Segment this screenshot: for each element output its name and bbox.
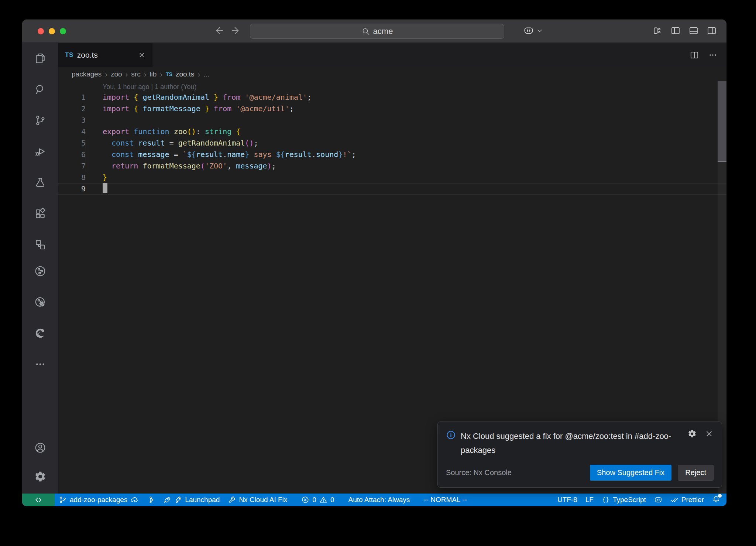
code-text: import { formatMessage } from '@acme/uti… — [86, 103, 294, 115]
code-token: '@acme/animal' — [245, 93, 307, 102]
remote-icon — [34, 495, 43, 504]
copilot-icon — [523, 25, 534, 36]
notification-settings-gear-icon[interactable] — [688, 429, 697, 438]
line-number: 4 — [58, 126, 86, 137]
vim-mode-status[interactable]: -- NORMAL -- — [420, 494, 471, 506]
toggle-primary-sidebar-icon[interactable] — [670, 25, 681, 36]
copilot-status[interactable] — [650, 494, 666, 506]
nx-graph-icon — [147, 496, 155, 504]
eol-status[interactable]: LF — [581, 494, 598, 506]
auto-attach-label: Auto Attach: Always — [348, 496, 410, 504]
tab-close-icon[interactable] — [138, 51, 145, 59]
code-token: } — [209, 93, 218, 102]
code-line[interactable]: 5 const result = getRandomAnimal(); — [58, 137, 726, 149]
breadcrumb-item[interactable]: packages — [72, 70, 102, 78]
code-line[interactable]: 6 const message = `${result.name} says $… — [58, 149, 726, 160]
code-token: export — [103, 127, 134, 136]
zoom-window-button[interactable] — [60, 28, 66, 34]
code-line[interactable]: 9 — [58, 183, 726, 195]
command-center-search[interactable]: acme — [250, 24, 504, 39]
navigate-back-icon[interactable] — [213, 25, 224, 36]
code-line[interactable]: 8} — [58, 172, 726, 183]
code-line[interactable]: 4export function zoo(): string { — [58, 126, 726, 137]
tab-zoo-ts[interactable]: TS zoo.ts — [58, 43, 152, 67]
code-token: result — [196, 150, 223, 159]
source-control-icon[interactable] — [34, 115, 46, 126]
nx-console-icon[interactable] — [34, 265, 46, 277]
breadcrumb-item[interactable]: zoo — [111, 70, 122, 78]
breadcrumb-item[interactable]: src — [131, 70, 140, 78]
toggle-secondary-sidebar-icon[interactable] — [707, 25, 717, 36]
code-token: ( — [200, 161, 205, 170]
notification-close-icon[interactable] — [705, 429, 714, 438]
problems-status[interactable]: 0 0 — [297, 494, 338, 506]
testing-icon[interactable] — [34, 177, 46, 188]
line-number: 8 — [58, 172, 86, 183]
code-token: name — [227, 150, 245, 159]
settings-gear-icon[interactable] — [34, 471, 46, 482]
explorer-icon[interactable] — [34, 52, 46, 64]
breadcrumb-overflow[interactable]: ... — [203, 70, 209, 78]
search-icon — [361, 27, 370, 36]
breadcrumb-file[interactable]: zoo.ts — [176, 70, 195, 78]
nx-cloud-icon[interactable] — [34, 296, 46, 308]
copilot-menu[interactable] — [523, 25, 543, 36]
code-token: formatMessage — [142, 161, 200, 170]
navigate-forward-icon[interactable] — [230, 25, 241, 36]
references-view-icon[interactable] — [34, 239, 46, 250]
breadcrumb-item[interactable]: lib — [150, 70, 157, 78]
encoding-status[interactable]: UTF-8 — [553, 494, 581, 506]
auto-attach-status[interactable]: Auto Attach: Always — [344, 494, 414, 506]
search-sidebar-icon[interactable] — [34, 83, 46, 95]
minimize-window-button[interactable] — [49, 28, 55, 34]
error-count: 0 — [312, 496, 316, 504]
notifications-status[interactable] — [708, 494, 724, 506]
breadcrumb-separator: › — [126, 70, 128, 79]
line-number: 1 — [58, 92, 86, 103]
screen: acme — [0, 0, 756, 546]
warning-count: 0 — [330, 496, 334, 504]
extensions-icon[interactable] — [34, 208, 46, 219]
remote-indicator[interactable] — [22, 494, 55, 506]
code-token: ; — [351, 150, 356, 159]
code-token: result — [285, 150, 312, 159]
edge-browser-icon[interactable] — [34, 327, 46, 339]
code-token: formatMessage — [142, 104, 200, 113]
code-line[interactable]: 3 — [58, 115, 726, 126]
launchpad-label: Launchpad — [185, 496, 220, 504]
git-branch-status[interactable]: add-zoo-packages — [55, 494, 142, 506]
reject-button[interactable]: Reject — [678, 465, 714, 481]
code-line[interactable]: 1import { getRandomAnimal } from '@acme/… — [58, 92, 726, 103]
code-line[interactable]: 2import { formatMessage } from '@acme/ut… — [58, 103, 726, 115]
more-views-icon[interactable] — [34, 358, 46, 370]
code-token: ; — [307, 93, 312, 102]
notification-source: Source: Nx Console — [446, 468, 512, 477]
status-bar: add-zoo-packages Launchpad Nx Cloud AI F… — [22, 494, 726, 506]
code-line[interactable]: 7 return formatMessage('ZOO', message); — [58, 160, 726, 172]
code-token: . — [223, 150, 227, 159]
chevron-down-icon — [536, 27, 543, 34]
run-debug-icon[interactable] — [34, 146, 46, 157]
launchpad-status[interactable]: Launchpad — [159, 494, 224, 506]
nx-cloud-ai-fix-status[interactable]: Nx Cloud AI Fix — [224, 494, 291, 506]
split-editor-icon[interactable] — [690, 50, 699, 60]
nx-workspace-status[interactable] — [142, 494, 159, 506]
editor-more-actions-icon[interactable] — [708, 50, 718, 60]
copilot-icon — [654, 496, 662, 504]
code-token: } — [103, 173, 107, 182]
code-token: ; — [272, 161, 276, 170]
code-token: return — [103, 161, 142, 170]
scrollbar-slider[interactable] — [718, 81, 726, 162]
language-mode-status[interactable]: TypeScript — [598, 494, 650, 506]
formatter-status[interactable]: Prettier — [666, 494, 708, 506]
formatter-label: Prettier — [681, 496, 704, 504]
account-icon[interactable] — [34, 442, 46, 454]
breadcrumb-separator: › — [144, 70, 147, 79]
toggle-panel-icon[interactable] — [688, 25, 699, 36]
code-text: export function zoo(): string { — [86, 126, 240, 137]
code-token: } — [338, 150, 343, 159]
show-suggested-fix-button[interactable]: Show Suggested Fix — [590, 465, 671, 481]
code-token: function — [134, 127, 173, 136]
customize-layout-icon[interactable] — [652, 25, 663, 36]
close-window-button[interactable] — [38, 28, 44, 34]
